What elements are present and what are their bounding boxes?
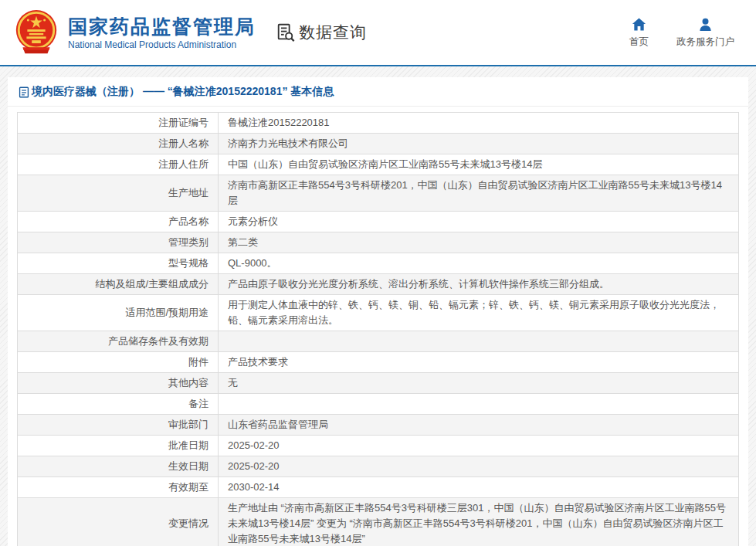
user-icon xyxy=(698,17,713,32)
table-row: 其他内容无 xyxy=(18,373,739,394)
table-row: 注册人名称济南齐力光电技术有限公司 xyxy=(18,134,739,154)
row-value: 元素分析仪 xyxy=(219,212,739,232)
org-name-en: National Medical Products Administration xyxy=(68,39,256,50)
table-row: 审批部门山东省药品监督管理局 xyxy=(18,415,739,436)
row-label: 其他内容 xyxy=(18,373,219,394)
nmpa-emblem-logo xyxy=(12,8,60,56)
row-label: 注册证编号 xyxy=(18,113,219,134)
row-label: 注册人住所 xyxy=(18,154,219,175)
row-value: 2025-02-20 xyxy=(219,456,739,477)
row-label: 适用范围/预期用途 xyxy=(18,295,219,331)
row-label: 变更情况 xyxy=(18,498,219,546)
nav-home[interactable]: 首页 xyxy=(629,17,649,49)
row-label: 批准日期 xyxy=(18,436,219,456)
row-label: 产品储存条件及有效期 xyxy=(18,331,219,352)
org-title-block: 国家药品监督管理局 National Medical Products Admi… xyxy=(68,15,256,50)
table-row: 产品名称元素分析仪 xyxy=(18,212,739,232)
table-row: 备注 xyxy=(18,394,739,415)
row-label: 附件 xyxy=(18,352,219,373)
row-label: 有效期至 xyxy=(18,477,219,498)
row-value: 无 xyxy=(219,373,739,394)
row-value: 2025-02-20 xyxy=(219,436,739,456)
row-value: 济南齐力光电技术有限公司 xyxy=(219,134,739,154)
row-value: 产品由原子吸收分光光度分析系统、溶出分析系统、计算机软件操作系统三部分组成。 xyxy=(219,274,739,295)
page-icon xyxy=(19,86,29,98)
row-value: 产品技术要求 xyxy=(219,352,739,373)
registration-info-table: 注册证编号鲁械注准20152220181注册人名称济南齐力光电技术有限公司注册人… xyxy=(17,112,739,546)
table-row: 批准日期2025-02-20 xyxy=(18,436,739,456)
row-label: 注册人名称 xyxy=(18,134,219,154)
table-row: 生效日期2025-02-20 xyxy=(18,456,739,477)
row-value: 山东省药品监督管理局 xyxy=(219,415,739,436)
content-panel: 境内医疗器械（注册） —— “鲁械注准20152220181” 基本信息 注册证… xyxy=(8,77,748,546)
breadcrumb: 境内医疗器械（注册） —— “鲁械注准20152220181” 基本信息 xyxy=(8,77,748,107)
nav-gov-portal-label: 政务服务门户 xyxy=(676,36,734,49)
row-label: 备注 xyxy=(18,394,219,415)
row-label: 审批部门 xyxy=(18,415,219,436)
row-label: 结构及组成/主要组成成分 xyxy=(18,274,219,295)
row-label: 管理类别 xyxy=(18,232,219,253)
table-row: 管理类别第二类 xyxy=(18,232,739,253)
row-value: 用于测定人体血液中的锌、铁、钙、镁、铜、铅、镉元素；锌、铁、钙、镁、铜元素采用原… xyxy=(219,295,739,331)
row-value xyxy=(219,394,739,415)
home-icon xyxy=(632,17,646,32)
row-label: 型号规格 xyxy=(18,253,219,274)
page-header: 国家药品监督管理局 National Medical Products Admi… xyxy=(0,0,756,66)
table-row: 有效期至2030-02-14 xyxy=(18,477,739,498)
row-value: 济南市高新区正丰路554号3号科研楼201，中国（山东）自由贸易试验区济南片区工… xyxy=(219,175,739,212)
row-label: 生产地址 xyxy=(18,175,219,212)
row-value: 2030-02-14 xyxy=(219,477,739,498)
table-row: 附件产品技术要求 xyxy=(18,352,739,373)
data-query-label: 数据查询 xyxy=(299,22,367,43)
document-search-icon xyxy=(276,22,296,42)
table-row: 生产地址济南市高新区正丰路554号3号科研楼201，中国（山东）自由贸易试验区济… xyxy=(18,175,739,212)
table-row: 产品储存条件及有效期 xyxy=(18,331,739,352)
row-value xyxy=(219,331,739,352)
org-name-zh: 国家药品监督管理局 xyxy=(68,15,256,38)
table-row: 适用范围/预期用途用于测定人体血液中的锌、铁、钙、镁、铜、铅、镉元素；锌、铁、钙… xyxy=(18,295,739,331)
row-value: 第二类 xyxy=(219,232,739,253)
nav-home-label: 首页 xyxy=(629,36,649,49)
nav-gov-portal[interactable]: 政务服务门户 xyxy=(676,17,734,49)
row-value: 生产地址由 “济南市高新区正丰路554号3号科研楼三层301，中国（山东）自由贸… xyxy=(219,498,739,546)
row-value: 中国（山东）自由贸易试验区济南片区工业南路55号未来城13号楼14层 xyxy=(219,154,739,175)
table-row: 注册人住所中国（山东）自由贸易试验区济南片区工业南路55号未来城13号楼14层 xyxy=(18,154,739,175)
header-nav: 首页 政务服务门户 xyxy=(629,17,734,49)
row-value: 鲁械注准20152220181 xyxy=(219,113,739,134)
table-row: 变更情况生产地址由 “济南市高新区正丰路554号3号科研楼三层301，中国（山东… xyxy=(18,498,739,546)
data-query-tab[interactable]: 数据查询 xyxy=(276,22,367,43)
info-table-body: 注册证编号鲁械注准20152220181注册人名称济南齐力光电技术有限公司注册人… xyxy=(18,113,739,546)
row-label: 产品名称 xyxy=(18,212,219,232)
row-label: 生效日期 xyxy=(18,456,219,477)
table-row: 结构及组成/主要组成成分产品由原子吸收分光光度分析系统、溶出分析系统、计算机软件… xyxy=(18,274,739,295)
row-value: QL-9000。 xyxy=(219,253,739,274)
table-row: 型号规格QL-9000。 xyxy=(18,253,739,274)
table-row: 注册证编号鲁械注准20152220181 xyxy=(18,113,739,134)
page-title: 境内医疗器械（注册） —— “鲁械注准20152220181” 基本信息 xyxy=(32,85,334,99)
